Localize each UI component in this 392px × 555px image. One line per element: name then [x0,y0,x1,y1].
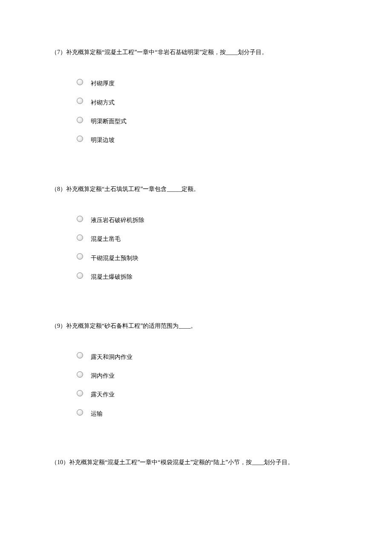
radio-icon[interactable] [77,371,83,378]
option-row[interactable]: 混凝土爆破拆除 [77,272,341,282]
question-body: 补充概算定额“土石填筑工程”一章包含_____定额。 [66,186,199,192]
option-label: 洞内作业 [91,371,115,381]
option-label: 混凝土爆破拆除 [91,272,133,282]
option-row[interactable]: 露天作业 [77,390,341,399]
question-8: （8）补充概算定额“土石填筑工程”一章包含_____定额。 液压岩石破碎机拆除 … [51,184,341,282]
options-group: 液压岩石破碎机拆除 混凝土凿毛 干砌混凝土预制块 混凝土爆破拆除 [51,216,341,282]
radio-icon[interactable] [77,117,83,123]
radio-icon[interactable] [77,272,83,279]
option-row[interactable]: 洞内作业 [77,371,341,381]
option-row[interactable]: 液压岩石破碎机拆除 [77,216,341,225]
option-label: 露天作业 [91,390,115,399]
option-label: 衬砌厚度 [91,79,115,88]
question-body: 补充概算定额“混凝土工程”一章中“非岩石基础明渠”定额，按____划分子目。 [66,49,268,55]
option-label: 液压岩石破碎机拆除 [91,216,144,225]
option-label: 露天和洞内作业 [91,353,133,362]
option-label: 干砌混凝土预制块 [91,254,138,263]
question-number: （7） [51,49,66,55]
page-content: （7）补充概算定额“混凝土工程”一章中“非岩石基础明渠”定额，按____划分子目… [0,0,392,468]
option-label: 混凝土凿毛 [91,234,121,244]
radio-icon[interactable] [77,136,83,142]
radio-icon[interactable] [77,234,83,241]
question-text: （10）补充概算定额“混凝土工程”一章中“模袋混凝土”定额的“陆上”小节，按__… [51,457,341,468]
option-row[interactable]: 露天和洞内作业 [77,353,341,362]
question-text: （9）补充概算定额“砂石备料工程”的适用范围为____。 [51,321,341,331]
question-number: （9） [51,323,66,329]
question-number: （8） [51,186,66,192]
option-row[interactable]: 明渠边坡 [77,136,341,145]
option-row[interactable]: 运输 [77,409,341,419]
question-number: （10） [51,459,69,465]
question-7: （7）补充概算定额“混凝土工程”一章中“非岩石基础明渠”定额，按____划分子目… [51,47,341,145]
radio-icon[interactable] [77,352,83,358]
option-label: 衬砌方式 [91,98,115,107]
option-row[interactable]: 衬砌厚度 [77,79,341,88]
question-text: （8）补充概算定额“土石填筑工程”一章包含_____定额。 [51,184,341,194]
option-row[interactable]: 衬砌方式 [77,98,341,107]
option-label: 运输 [91,409,103,419]
question-text: （7）补充概算定额“混凝土工程”一章中“非岩石基础明渠”定额，按____划分子目… [51,47,341,58]
options-group: 衬砌厚度 衬砌方式 明渠断面型式 明渠边坡 [51,79,341,145]
radio-icon[interactable] [77,79,83,85]
option-label: 明渠断面型式 [91,117,127,126]
question-body: 补充概算定额“混凝土工程”一章中“模袋混凝土”定额的“陆上”小节，按____划分… [69,459,294,465]
radio-icon[interactable] [77,216,83,222]
question-9: （9）补充概算定额“砂石备料工程”的适用范围为____。 露天和洞内作业 洞内作… [51,321,341,419]
option-label: 明渠边坡 [91,136,115,145]
question-body: 补充概算定额“砂石备料工程”的适用范围为____。 [66,323,196,329]
option-row[interactable]: 混凝土凿毛 [77,234,341,244]
radio-icon[interactable] [77,409,83,416]
question-10: （10）补充概算定额“混凝土工程”一章中“模袋混凝土”定额的“陆上”小节，按__… [51,457,341,468]
option-row[interactable]: 干砌混凝土预制块 [77,254,341,263]
options-group: 露天和洞内作业 洞内作业 露天作业 运输 [51,353,341,419]
option-row[interactable]: 明渠断面型式 [77,117,341,126]
radio-icon[interactable] [77,253,83,260]
radio-icon[interactable] [77,98,83,104]
radio-icon[interactable] [77,390,83,396]
